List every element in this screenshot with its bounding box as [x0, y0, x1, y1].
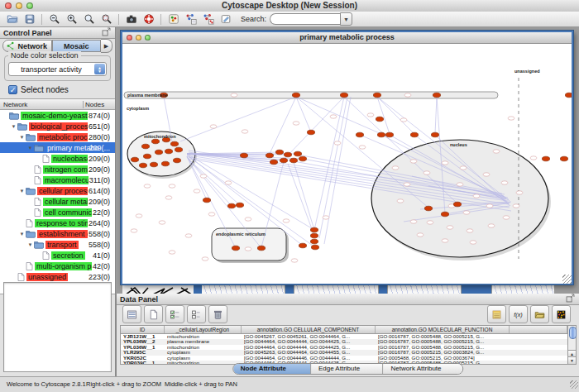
birds-eye-view[interactable]: [3, 282, 112, 372]
unselect-all-attributes-button[interactable]: [187, 305, 206, 323]
network-node-unselected[interactable]: [442, 161, 448, 165]
network-node-unselected[interactable]: [225, 181, 232, 184]
network-window-titlebar[interactable]: primary metabolic process: [122, 32, 572, 44]
network-node-unselected[interactable]: [410, 220, 417, 223]
network-node[interactable]: [161, 161, 169, 166]
open-button[interactable]: [3, 12, 21, 26]
tree-item-establishment-of-lo[interactable]: ▼establishment of lo558(0): [0, 228, 115, 239]
network-node-unselected[interactable]: [291, 259, 298, 262]
network-node[interactable]: [173, 158, 180, 163]
background-window[interactable]: [492, 284, 554, 294]
network-node-unselected[interactable]: [447, 226, 453, 229]
network-node[interactable]: [431, 132, 438, 137]
background-window-edge[interactable]: [379, 284, 387, 294]
save-button[interactable]: [21, 12, 38, 26]
tab-network[interactable]: Network: [2, 40, 52, 52]
network-window-resize-grip[interactable]: [562, 275, 572, 284]
network-node[interactable]: [150, 162, 157, 167]
network-node[interactable]: [151, 139, 159, 144]
tree-item-macromolecule[interactable]: macromolecule311(0): [0, 174, 115, 185]
network-node[interactable]: [284, 152, 291, 157]
network-node[interactable]: [170, 141, 178, 146]
hide-selected-button[interactable]: [199, 12, 217, 26]
network-node[interactable]: [565, 93, 572, 98]
network-node[interactable]: [441, 212, 448, 217]
network-node-unselected[interactable]: [457, 183, 463, 186]
tree-item-transport[interactable]: ▼transport558(0): [0, 239, 115, 250]
column-header--cellularlayoutregion[interactable]: _cellularLayoutRegion: [165, 326, 242, 333]
network-node[interactable]: [175, 147, 182, 152]
network-node[interactable]: [433, 93, 440, 98]
attribute-editor-button[interactable]: [487, 305, 506, 323]
tree-item-nitrogen-compo[interactable]: nitrogen compo209(0): [0, 164, 115, 174]
search-dropdown-button[interactable]: ▼: [340, 12, 352, 26]
new-attribute-button[interactable]: [144, 305, 163, 323]
expander-icon[interactable]: ▼: [18, 189, 26, 194]
network-node[interactable]: [307, 130, 314, 135]
network-node[interactable]: [257, 246, 265, 251]
network-node-unselected[interactable]: [194, 189, 200, 193]
zoom-selected-button[interactable]: [98, 12, 115, 26]
network-node-unselected[interactable]: [202, 257, 208, 261]
network-node-unselected[interactable]: [423, 171, 430, 174]
network-node-unselected[interactable]: [483, 173, 490, 176]
network-node[interactable]: [356, 132, 363, 137]
tree-item-response-to-stimulu[interactable]: response to stimulu264(0): [0, 218, 115, 228]
tree-item-metabolic-process[interactable]: ▼metabolic process280(0): [0, 131, 115, 142]
tree-item-unassigned[interactable]: unassigned223(0): [0, 271, 115, 282]
network-node[interactable]: [236, 203, 243, 208]
network-node-unselected[interactable]: [323, 216, 329, 219]
tab-mosaic[interactable]: Mosaic: [52, 40, 102, 52]
select-first-neighbors-button[interactable]: [182, 12, 199, 26]
background-window-edge[interactable]: [285, 284, 294, 294]
scrollbar-thumb[interactable]: [569, 327, 577, 339]
network-node-unselected[interactable]: [334, 141, 341, 145]
network-node-unselected[interactable]: [442, 239, 448, 242]
zoom-in-button[interactable]: [63, 12, 80, 26]
zoom-actual-button[interactable]: [80, 12, 98, 26]
network-node-unselected[interactable]: [367, 113, 374, 117]
tree-item-biological-process[interactable]: ▼biological_process651(0): [0, 121, 115, 131]
network-node[interactable]: [299, 156, 306, 161]
background-window[interactable]: [388, 284, 461, 294]
network-node[interactable]: [340, 93, 347, 98]
tree-item-secretion[interactable]: secretion41(0): [0, 250, 115, 261]
overview-network-window[interactable]: [122, 284, 194, 294]
network-node-unselected[interactable]: [330, 115, 337, 118]
network-node[interactable]: [310, 239, 318, 244]
tab-network-attribute-browser[interactable]: Network Attribute Browser: [384, 364, 463, 374]
tree-item-cell-communicat[interactable]: cell communicat22(0): [0, 207, 115, 218]
network-node[interactable]: [373, 93, 380, 98]
network-node-unselected[interactable]: [208, 213, 215, 216]
network-node-unselected[interactable]: [359, 146, 366, 149]
tree-item-multi-organism-pro[interactable]: multi-organism pro42(0): [0, 261, 115, 271]
network-node-unselected[interactable]: [501, 181, 508, 184]
network-node-unselected[interactable]: [210, 125, 217, 128]
background-window[interactable]: [202, 284, 285, 294]
network-node-unselected[interactable]: [493, 150, 500, 153]
network-node-unselected[interactable]: [185, 234, 192, 237]
background-window-edge[interactable]: [462, 284, 491, 294]
network-node[interactable]: [560, 156, 567, 161]
window-resize-grip[interactable]: [570, 380, 578, 389]
column-header-id[interactable]: ID: [121, 326, 165, 333]
expander-icon[interactable]: ▼: [18, 232, 26, 237]
network-node[interactable]: [275, 150, 283, 155]
scroll-down-button[interactable]: ▼: [568, 356, 576, 364]
network-node-unselected[interactable]: [530, 156, 537, 160]
window-titlebar[interactable]: Cytoscape Desktop (New Session): [0, 0, 579, 12]
network-node[interactable]: [270, 160, 277, 165]
background-window-edge[interactable]: [194, 284, 202, 294]
network-node-unselected[interactable]: [169, 184, 175, 188]
network-node[interactable]: [453, 202, 461, 207]
network-node[interactable]: [299, 243, 306, 248]
network-graph[interactable]: plasma membranecytoplasmmitochondrionnuc…: [122, 44, 572, 284]
network-node[interactable]: [385, 132, 393, 137]
network-node-unselected[interactable]: [159, 221, 165, 224]
network-node[interactable]: [376, 117, 383, 122]
network-node[interactable]: [203, 198, 210, 203]
network-node[interactable]: [139, 163, 146, 168]
search-options-button[interactable]: [217, 12, 234, 26]
delete-attribute-button[interactable]: [208, 305, 227, 323]
network-node[interactable]: [310, 233, 318, 238]
